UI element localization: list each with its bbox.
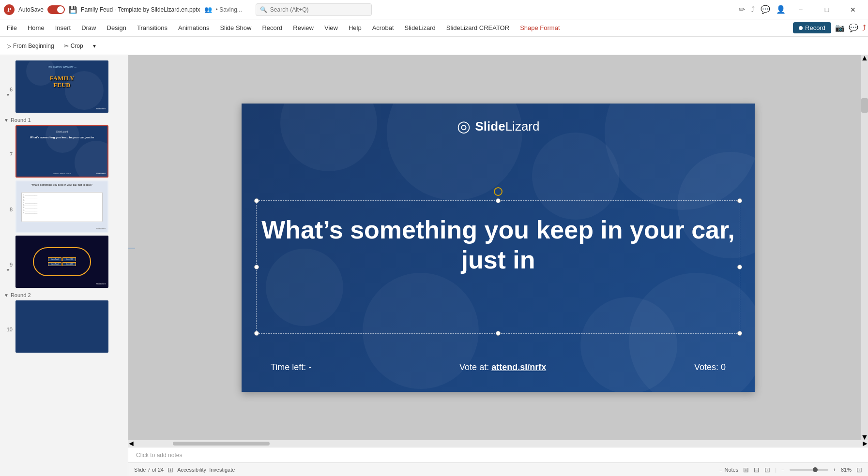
canvas-main: ◎ SlideLizard [128,55,868,476]
slide-9-star: ★ [6,268,10,272]
canvas-content[interactable]: ◎ SlideLizard [135,55,861,440]
menu-transitions[interactable]: Transitions [132,22,172,33]
notes-placeholder: Click to add notes [136,452,182,459]
scroll-left-button[interactable]: ◄ [128,440,134,447]
record-dot-icon [799,26,803,30]
menu-acrobat[interactable]: Acrobat [367,22,399,33]
slide-canvas[interactable]: ◎ SlideLizard [242,104,755,392]
menu-animations[interactable]: Animations [173,22,214,33]
user-icon[interactable]: 👤 [776,5,786,14]
round1-label: Round 1 [11,117,31,123]
slide-footer: Time left: - Vote at: attend.sl/nrfx Vot… [242,362,755,372]
zoom-slider-thumb[interactable] [813,467,818,472]
crop-button[interactable]: ✂ Crop [61,41,86,51]
menu-help[interactable]: Help [344,22,366,33]
round2-arrow: ▼ [4,293,9,298]
from-beginning-button[interactable]: ▷ From Beginning [4,41,57,51]
round2-section[interactable]: ▼ Round 2 [0,289,128,299]
slide-panel[interactable]: 6 ★ The slightly different ... FAMILY FE… [0,55,128,476]
menu-slidelizard-creator[interactable]: SlideLizard CREATOR [442,22,514,33]
main-area: 6 ★ The slightly different ... FAMILY FE… [0,55,868,476]
time-left: Time left: - [271,362,311,372]
reading-view-icon[interactable]: ⊡ [764,466,770,474]
slide-7-thumb[interactable]: SlideLizard What's something you keep in… [15,125,108,178]
slide-9-thumb[interactable]: Name Feud Score: 100 Name Feud Score: 20… [15,236,108,288]
slide-icon[interactable]: ⊞ [168,466,173,474]
saving-label: • Saving... [216,6,242,13]
zoom-slider[interactable] [790,469,828,471]
status-right: ≡ Notes ⊞ ⊟ ⊡ | − + 81% ⊡ [719,466,862,474]
slide-sorter-icon[interactable]: ⊟ [754,466,760,474]
menu-insert[interactable]: Insert [50,22,76,33]
menu-review[interactable]: Review [288,22,319,33]
h-scroll-thumb[interactable] [173,442,270,446]
vote-url-underline: attend.sl/nrfx [491,362,546,372]
fit-slide-button[interactable]: ⊡ [856,466,862,474]
horizontal-scrollbar[interactable]: ◄ ► [128,440,868,447]
scroll-up-button[interactable]: ▲ [861,55,868,61]
scroll-right-button[interactable]: ► [862,440,868,447]
h-scroll-track [134,440,862,447]
menu-view[interactable]: View [320,22,343,33]
notes-text-area[interactable]: Click to add notes [128,447,868,462]
people-icon: 👥 [204,6,212,13]
title-bar-right: ✏ ⤴ 💬 👤 [739,5,786,14]
slide-7-container: 7 SlideLizard What's something you keep … [0,124,128,179]
vote-url-value: attend.sl/nrfx [491,362,546,372]
logo-icon: ◎ [457,117,471,135]
logo-bold: Slide [475,119,505,134]
close-button[interactable]: ✕ [842,2,864,17]
menu-design[interactable]: Design [102,22,131,33]
edit-icon[interactable]: ✏ [739,5,745,14]
vote-label: Vote at: [459,362,489,372]
title-bar: P AutoSave 💾 Family Feud - Template by S… [0,0,868,19]
window-controls: − □ ✕ [790,2,864,17]
camera-icon[interactable]: 📷 [835,23,845,32]
logo-text: SlideLizard [475,119,540,134]
menu-file[interactable]: File [2,22,22,33]
votes-count: Votes: 0 [694,362,726,372]
menu-shape-format[interactable]: Shape Format [515,22,564,33]
menu-draw[interactable]: Draw [76,22,101,33]
right-scrollbar[interactable]: ▲ ▼ [861,55,868,440]
zoom-in-button[interactable]: + [833,467,836,473]
maximize-button[interactable]: □ [816,2,838,17]
minimize-button[interactable]: − [790,2,812,17]
search-bar[interactable]: 🔍 [256,3,372,16]
slide-10-container: 10 [0,299,128,354]
votes-value: 0 [721,362,726,372]
round1-section[interactable]: ▼ Round 1 [0,114,128,124]
slide-10-thumb[interactable] [15,300,108,353]
search-input[interactable] [270,6,367,13]
save-icon[interactable]: 💾 [69,6,77,14]
autosave-label: AutoSave [18,6,44,13]
scroll-thumb[interactable] [861,98,868,113]
share-icon[interactable]: ⤴ [751,5,755,14]
share2-icon[interactable]: ⤴ [862,24,866,32]
slide-8-number: 8 [3,207,13,212]
record-label: Record [805,24,825,31]
chat-icon[interactable]: 💬 [849,23,858,32]
slide-9-container: 9 ★ Name Feud Score: 100 Name Feud Score… [0,234,128,289]
slide-8-thumb[interactable]: What's something you keep in your car, j… [15,180,108,233]
zoom-out-button[interactable]: − [781,467,784,473]
slide-9-number: 9 [3,262,13,268]
menu-slideshow[interactable]: Slide Show [215,22,256,33]
slide-7-number: 7 [3,151,13,157]
crop-dropdown[interactable]: ▾ [90,41,99,51]
chevron-down-icon: ▾ [93,43,96,49]
round1-arrow: ▼ [4,118,9,123]
slide-main-text[interactable]: What’s something you keep in your car, j… [261,215,735,275]
normal-view-icon[interactable]: ⊞ [743,466,749,474]
comments-icon[interactable]: 💬 [761,5,770,14]
menu-slidelizard[interactable]: SlideLizard [400,22,441,33]
menu-home[interactable]: Home [23,22,49,33]
search-icon: 🔍 [260,6,267,13]
autosave-toggle[interactable] [47,5,65,14]
record-button[interactable]: Record [793,22,831,33]
filename-label: Family Feud - Template by SlideLizard.en… [81,6,200,13]
menu-record[interactable]: Record [257,22,287,33]
notes-button[interactable]: ≡ Notes [719,467,738,473]
zoom-level[interactable]: 81% [841,467,852,473]
slide-6-thumb[interactable]: The slightly different ... FAMILY FEUD S… [15,60,108,113]
